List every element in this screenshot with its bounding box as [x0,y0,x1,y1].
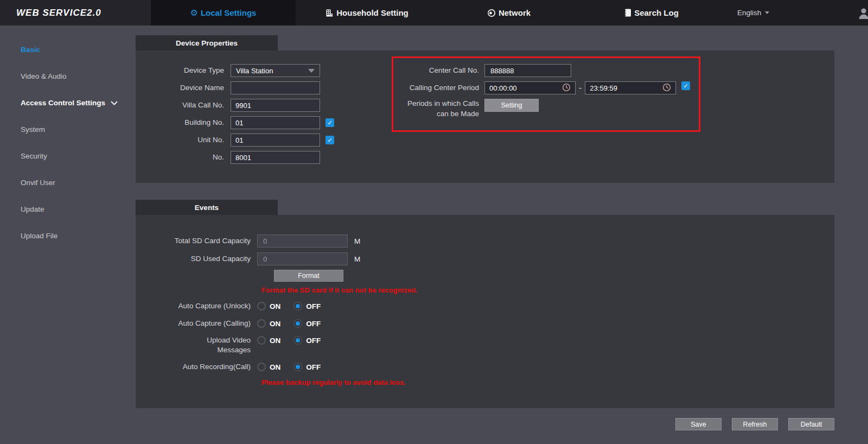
period-separator: - [579,81,582,94]
sidebar-item-onvif-user[interactable]: Onvif User [0,169,136,196]
chevron-down-icon [765,11,769,14]
upload-video-messages-on-radio[interactable] [257,336,266,345]
device-name-label: Device Name [136,84,231,93]
events-panel: Total SD Card Capacity M SD Used Capacit… [136,215,834,408]
section-title: Device Properties [176,39,238,47]
building-no-label: Building No. [136,118,231,128]
default-button[interactable]: Default [788,418,834,430]
unit-no-input[interactable] [231,134,320,147]
sidebar: Basic Video & Audio Access Control Setti… [0,26,136,444]
gear-icon: ⚙ [190,9,198,17]
sidebar-item-label: Update [21,205,44,213]
auto-capture-calling-off-radio[interactable] [293,319,302,328]
sidebar-item-label: Security [21,152,47,160]
format-button[interactable]: Format [274,270,343,282]
app-logo: WEB SERVICE2.0 [0,0,151,26]
setting-button[interactable]: Setting [484,99,539,112]
calling-period-checkbox[interactable]: ✓ [681,81,690,90]
sidebar-item-system[interactable]: System [0,116,136,143]
sidebar-item-upload-file[interactable]: Upload File [0,223,136,249]
refresh-button[interactable]: Refresh [732,418,778,430]
building-no-input[interactable] [231,116,320,129]
sidebar-item-label: Onvif User [21,179,55,187]
total-sd-unit: M [354,237,360,245]
upload-video-messages-off-radio[interactable] [293,336,302,345]
device-name-input[interactable] [231,81,320,94]
check-icon: ✓ [327,137,332,144]
device-properties-header: Device Properties [136,35,278,50]
app-logo-text: WEB SERVICE2.0 [16,8,101,18]
sidebar-item-label: Access Control Settings [21,99,105,107]
tab-local-settings[interactable]: ⚙ Local Settings [151,0,296,26]
user-profile-icon[interactable] [858,7,868,22]
sidebar-item-label: System [21,125,45,134]
period-start-value: 00:00:00 [489,84,517,92]
sidebar-item-security[interactable]: Security [0,143,136,169]
dropdown-caret-icon [308,69,315,73]
auto-recording-call-on-radio[interactable] [257,363,266,371]
upload-video-messages-label: Upload Video Messages [136,335,257,355]
building-icon [325,9,334,17]
on-label: ON [270,337,280,345]
chevron-down-icon [111,99,118,107]
center-call-no-input[interactable] [484,64,571,77]
language-selector[interactable]: English [737,0,769,26]
off-label: OFF [306,302,321,310]
period-start-input[interactable]: 00:00:00 [484,81,576,94]
globe-icon [487,9,496,17]
sidebar-item-update[interactable]: Update [0,196,136,223]
auto-capture-unlock-label: Auto Capture (Unlock) [136,301,257,311]
periods-calls-label: Periods in which Calls can be Made [380,99,484,119]
total-sd-input[interactable] [257,234,348,248]
top-navbar: WEB SERVICE2.0 ⚙ Local Settings Househol… [0,0,868,26]
backup-warning-text: Please backup regularly to avoid data lo… [261,378,834,386]
footer-actions: Save Refresh Default [675,418,834,430]
off-label: OFF [306,320,321,328]
off-label: OFF [306,363,321,371]
unit-no-checkbox[interactable]: ✓ [326,136,334,144]
check-icon: ✓ [327,119,332,126]
sidebar-item-label: Basic [21,46,40,54]
main-content: Device Properties Device Type Villa Stat… [136,26,834,408]
device-properties-panel: Device Type Villa Station Device Name Vi… [136,50,834,183]
periods-calls-label-line1: Periods in which Calls [407,99,479,107]
auto-capture-unlock-off-radio[interactable] [293,302,302,310]
on-label: ON [270,320,280,328]
auto-capture-calling-label: Auto Capture (Calling) [136,319,257,328]
save-button[interactable]: Save [675,418,722,430]
period-end-input[interactable]: 23:59:59 [585,81,676,94]
tab-household-setting[interactable]: Household Setting [296,0,438,26]
check-icon: ✓ [684,83,688,90]
total-sd-label: Total SD Card Capacity [136,236,257,246]
auto-recording-call-label: Auto Recording(Call) [136,362,257,372]
no-input[interactable] [231,151,320,164]
sidebar-item-label: Video & Audio [21,72,67,80]
auto-capture-calling-on-radio[interactable] [257,319,266,328]
auto-recording-call-off-radio[interactable] [293,363,302,371]
unit-no-label: Unit No. [136,136,231,145]
period-end-value: 23:59:59 [590,84,617,92]
villa-call-no-input[interactable] [231,99,320,112]
sidebar-item-basic[interactable]: Basic [0,36,136,63]
tab-search-log[interactable]: Search Log [580,0,722,26]
no-label: No. [136,153,231,162]
tab-network[interactable]: Network [438,0,580,26]
clock-icon[interactable] [662,83,671,93]
section-title: Events [195,204,219,212]
sd-used-input[interactable] [257,252,348,265]
sd-used-unit: M [354,255,360,263]
auto-capture-unlock-on-radio[interactable] [257,302,266,310]
sidebar-item-access-control-settings[interactable]: Access Control Settings [0,90,136,116]
sidebar-item-video-audio[interactable]: Video & Audio [0,63,136,90]
tab-label: Network [499,8,531,17]
building-no-checkbox[interactable]: ✓ [326,118,334,127]
clock-icon[interactable] [562,83,571,93]
device-type-select[interactable]: Villa Station [231,64,320,77]
tab-label: Household Setting [336,8,409,17]
device-type-value: Villa Station [236,67,273,75]
events-header: Events [136,200,278,215]
tab-label: Local Settings [201,8,257,17]
format-warning-text: Format the SD card if it can not be reco… [261,286,834,294]
periods-calls-label-line2: can be Made [437,110,479,118]
device-type-label: Device Type [136,66,231,75]
